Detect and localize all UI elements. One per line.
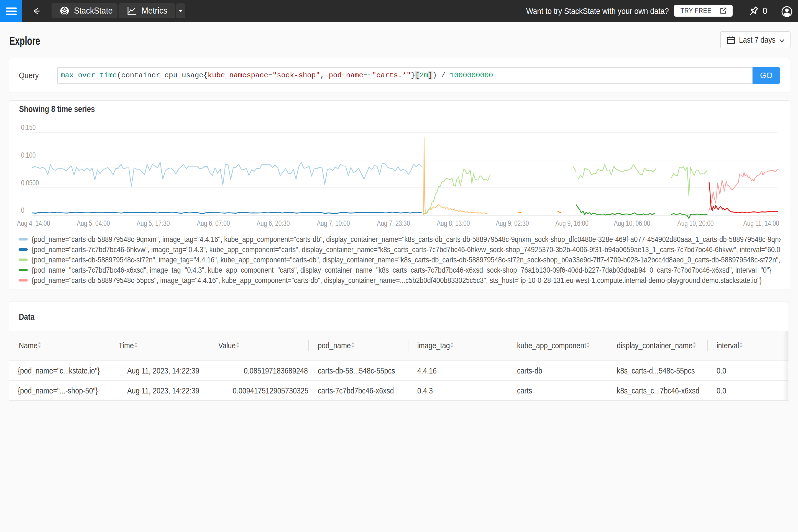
svg-text:Aug 6, 07:00: Aug 6, 07:00 bbox=[197, 219, 230, 227]
svg-text:0.0500: 0.0500 bbox=[21, 178, 39, 187]
svg-text:Aug 9, 02:30: Aug 9, 02:30 bbox=[496, 219, 529, 227]
svg-text:0.100: 0.100 bbox=[21, 151, 36, 159]
svg-text:Aug 5, 17:30: Aug 5, 17:30 bbox=[137, 219, 170, 227]
svg-text:Aug 10, 20:00: Aug 10, 20:00 bbox=[677, 219, 714, 227]
svg-text:Aug 11, 14:00: Aug 11, 14:00 bbox=[743, 219, 779, 227]
svg-text:Aug 6, 20:30: Aug 6, 20:30 bbox=[256, 219, 289, 227]
svg-text:Aug 10, 06:00: Aug 10, 06:00 bbox=[614, 219, 650, 227]
svg-text:Aug 7, 10:00: Aug 7, 10:00 bbox=[317, 219, 350, 227]
svg-text:Aug 4, 14:00: Aug 4, 14:00 bbox=[17, 219, 50, 227]
svg-text:Aug 9, 16:00: Aug 9, 16:00 bbox=[555, 219, 588, 227]
svg-text:0: 0 bbox=[21, 206, 24, 214]
svg-text:0.150: 0.150 bbox=[21, 123, 36, 131]
svg-text:Aug 7, 23:30: Aug 7, 23:30 bbox=[377, 219, 410, 227]
svg-text:Aug 5, 04:00: Aug 5, 04:00 bbox=[77, 219, 110, 227]
svg-text:Aug 8, 13:00: Aug 8, 13:00 bbox=[437, 219, 470, 227]
